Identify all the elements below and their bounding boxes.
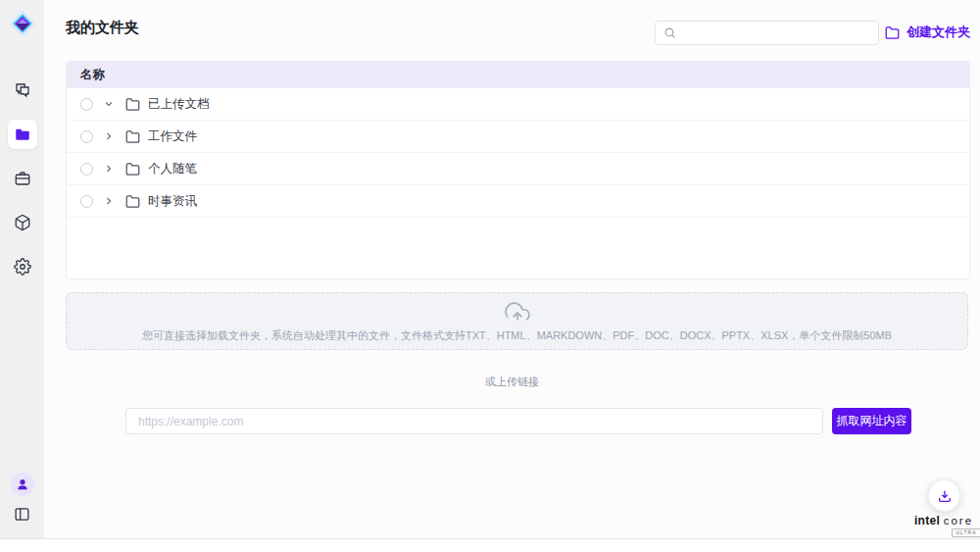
chat-icon bbox=[14, 81, 31, 99]
folder-table: 名称 已上传文档 工作文件 bbox=[66, 61, 970, 279]
page-title: 我的文件夹 bbox=[66, 19, 139, 37]
gear-icon bbox=[14, 258, 31, 276]
create-folder-label: 创建文件夹 bbox=[906, 24, 970, 41]
sidebar-nav bbox=[8, 75, 37, 281]
search-box bbox=[655, 21, 879, 45]
chevron-down-icon[interactable] bbox=[103, 98, 115, 110]
or-upload-link-label: 或上传链接 bbox=[44, 375, 980, 389]
create-folder-icon bbox=[885, 25, 900, 40]
panel-toggle-button[interactable] bbox=[14, 506, 30, 527]
chevron-right-icon[interactable] bbox=[103, 195, 115, 207]
panel-toggle-icon bbox=[14, 506, 30, 523]
briefcase-icon bbox=[14, 170, 31, 187]
sidebar-item-models[interactable] bbox=[8, 208, 37, 237]
folder-row-label: 工作文件 bbox=[148, 128, 197, 145]
folder-row-label: 时事资讯 bbox=[148, 193, 197, 210]
table-header: 名称 bbox=[67, 62, 969, 88]
user-avatar-icon bbox=[16, 477, 29, 491]
intel-core-logo: intel core ULTRA bbox=[895, 514, 980, 537]
folder-icon bbox=[125, 129, 140, 144]
upload-hint-text: 您可直接选择加载文件夹，系统自动处理其中的文件，文件格式支持TXT、HTML、M… bbox=[142, 328, 892, 343]
folder-icon bbox=[125, 194, 140, 209]
window-bottom-strip bbox=[0, 539, 980, 552]
user-avatar[interactable] bbox=[11, 473, 34, 496]
app-window: 我的文件夹 创建文件夹 名称 bbox=[0, 0, 980, 552]
sidebar-bottom bbox=[11, 473, 34, 527]
folder-row-label: 个人随笔 bbox=[148, 161, 197, 177]
cube-icon bbox=[14, 214, 31, 231]
sidebar bbox=[0, 0, 44, 538]
url-input[interactable] bbox=[125, 408, 823, 434]
sidebar-item-chat[interactable] bbox=[8, 75, 37, 105]
table-row[interactable]: 已上传文档 bbox=[67, 88, 969, 121]
chevron-right-icon[interactable] bbox=[103, 130, 115, 142]
sidebar-item-toolbox[interactable] bbox=[8, 164, 37, 193]
row-checkbox[interactable] bbox=[80, 163, 93, 176]
fetch-url-button[interactable]: 抓取网址内容 bbox=[832, 408, 911, 434]
search-icon bbox=[663, 26, 676, 39]
download-fab-button[interactable] bbox=[928, 479, 960, 512]
folder-icon bbox=[125, 162, 140, 176]
cloud-upload-icon bbox=[505, 300, 530, 326]
app-logo-icon bbox=[8, 9, 37, 38]
table-row[interactable]: 个人随笔 bbox=[67, 153, 969, 185]
search-input[interactable] bbox=[682, 26, 870, 40]
row-checkbox[interactable] bbox=[80, 130, 93, 143]
chevron-right-icon[interactable] bbox=[103, 163, 115, 175]
main-content: 我的文件夹 创建文件夹 名称 bbox=[44, 0, 980, 552]
row-checkbox[interactable] bbox=[80, 98, 93, 111]
folder-icon bbox=[125, 97, 140, 112]
folder-row-label: 已上传文档 bbox=[148, 96, 210, 113]
sidebar-item-settings[interactable] bbox=[8, 252, 37, 281]
folder-icon bbox=[14, 125, 31, 143]
intel-core-text: intel core bbox=[914, 514, 973, 527]
intel-ultra-badge: ULTRA bbox=[952, 528, 980, 537]
create-folder-button[interactable]: 创建文件夹 bbox=[885, 24, 970, 41]
download-icon bbox=[937, 488, 953, 504]
upload-dropzone[interactable]: 您可直接选择加载文件夹，系统自动处理其中的文件，文件格式支持TXT、HTML、M… bbox=[66, 292, 968, 350]
column-name-header: 名称 bbox=[80, 67, 105, 83]
table-row[interactable]: 时事资讯 bbox=[67, 185, 969, 218]
table-row[interactable]: 工作文件 bbox=[67, 121, 969, 153]
row-checkbox[interactable] bbox=[80, 195, 93, 208]
sidebar-item-folders[interactable] bbox=[8, 120, 37, 149]
